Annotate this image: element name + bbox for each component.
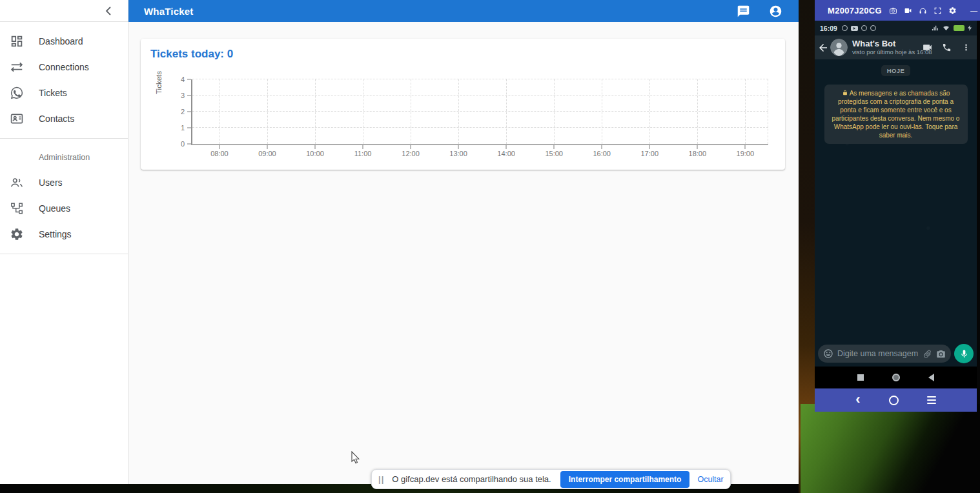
chart-plot-area: 0123408:0009:0010:0011:0012:0013:0014:00… bbox=[191, 79, 768, 145]
android-back-icon[interactable] bbox=[928, 374, 934, 381]
voice-call-icon[interactable] bbox=[941, 42, 952, 53]
gridline-x bbox=[219, 79, 220, 144]
sidebar-item-settings[interactable]: Settings bbox=[0, 221, 128, 247]
settings-icon[interactable] bbox=[948, 6, 957, 15]
phone-mirror-window: M2007J20CG —□✕ 16:09 What's Bot visto po… bbox=[815, 0, 980, 412]
gridline-x bbox=[315, 79, 316, 144]
sidebar-item-users[interactable]: Users bbox=[0, 170, 128, 196]
app-notification-icon bbox=[870, 25, 876, 31]
date-chip: HOJE bbox=[881, 65, 910, 76]
video-call-icon[interactable] bbox=[922, 42, 933, 53]
alarm-icon bbox=[842, 25, 848, 31]
more-options-icon[interactable] bbox=[961, 42, 972, 53]
y-tick-label: 4 bbox=[172, 75, 185, 83]
x-tick-label: 13:00 bbox=[449, 150, 467, 157]
x-axis-tick bbox=[697, 145, 698, 149]
chat-icon[interactable] bbox=[735, 3, 751, 19]
phone-window-titlebar[interactable]: M2007J20CG —□✕ bbox=[815, 0, 980, 21]
share-bar-drag-handle[interactable]: || bbox=[378, 474, 384, 484]
chart-title: Tickets today: 0 bbox=[150, 48, 233, 61]
gridline-x bbox=[267, 79, 268, 144]
sidebar-collapse-button[interactable] bbox=[101, 4, 115, 18]
wifi-icon bbox=[942, 25, 950, 32]
scrcpy-back-icon[interactable]: ‹ bbox=[855, 392, 860, 407]
sidebar-item-dashboard[interactable]: Dashboard bbox=[0, 28, 128, 54]
gridline-x bbox=[697, 79, 698, 144]
y-axis-tick bbox=[187, 127, 191, 128]
scrcpy-nav-bar: ‹ bbox=[815, 388, 977, 412]
whatsapp-icon bbox=[9, 85, 25, 101]
sidebar-item-queues[interactable]: Queues bbox=[0, 196, 128, 221]
mouse-cursor bbox=[351, 451, 362, 465]
message-placeholder: Digite uma mensagem bbox=[837, 349, 919, 358]
gridline-y bbox=[192, 95, 768, 96]
attach-icon[interactable] bbox=[921, 347, 934, 360]
gridline-x bbox=[554, 79, 555, 144]
gridline-y bbox=[192, 79, 768, 79]
battery-icon bbox=[954, 25, 965, 31]
x-tick-label: 16:00 bbox=[593, 150, 611, 157]
sidebar: DashboardConnectionsTicketsContacts Admi… bbox=[0, 0, 128, 484]
phone-screen: 16:09 What's Bot visto por último hoje à… bbox=[815, 21, 977, 388]
gridline-x bbox=[506, 79, 507, 144]
scrcpy-home-icon[interactable] bbox=[889, 396, 899, 405]
y-tick-label: 1 bbox=[172, 124, 185, 132]
emoji-icon[interactable] bbox=[823, 348, 833, 359]
record-icon[interactable] bbox=[903, 6, 913, 15]
sidebar-divider bbox=[0, 254, 128, 254]
encryption-notice-text: As mensagens e as chamadas são protegida… bbox=[832, 90, 960, 139]
x-axis-tick bbox=[410, 145, 411, 149]
camera-icon[interactable] bbox=[936, 349, 946, 359]
y-tick-label: 3 bbox=[172, 92, 185, 99]
y-tick-label: 0 bbox=[172, 140, 185, 148]
contacts-icon bbox=[9, 111, 25, 126]
stop-sharing-button[interactable]: Interromper compartilhamento bbox=[560, 471, 690, 488]
gridline-x bbox=[649, 79, 650, 144]
x-axis-tick bbox=[505, 145, 507, 149]
sidebar-item-connections[interactable]: Connections bbox=[0, 54, 128, 80]
sidebar-item-label: Contacts bbox=[39, 114, 74, 124]
dashboard-icon bbox=[9, 34, 25, 49]
recents-icon[interactable] bbox=[857, 374, 864, 381]
sidebar-item-tickets[interactable]: Tickets bbox=[0, 80, 128, 106]
main-content: Tickets today: 0 Tickets 0123408:0009:00… bbox=[128, 22, 799, 484]
contact-avatar[interactable] bbox=[830, 39, 848, 56]
x-tick-label: 17:00 bbox=[640, 150, 658, 157]
charging-icon bbox=[968, 25, 972, 31]
scrcpy-menu-icon[interactable] bbox=[927, 396, 936, 405]
gridline-x bbox=[363, 79, 363, 144]
app-notification-icon bbox=[861, 25, 867, 31]
sidebar-item-contacts[interactable]: Contacts bbox=[0, 106, 128, 132]
chat-message-area: HOJE As mensagens e as chamadas são prot… bbox=[815, 59, 977, 341]
sidebar-item-label: Connections bbox=[39, 62, 89, 72]
contact-info[interactable]: What's Bot visto por último hoje às 16:0… bbox=[852, 39, 922, 55]
mic-icon bbox=[959, 349, 969, 359]
android-nav-bar bbox=[815, 367, 977, 388]
x-tick-label: 15:00 bbox=[545, 150, 563, 157]
gridline-x bbox=[458, 79, 459, 144]
hide-share-bar-link[interactable]: Ocultar bbox=[697, 475, 723, 484]
settings-icon bbox=[9, 226, 25, 242]
account-icon[interactable] bbox=[768, 3, 783, 19]
x-axis-tick bbox=[553, 145, 555, 149]
chart-y-axis-label: Tickets bbox=[155, 71, 163, 94]
queues-icon bbox=[9, 201, 25, 216]
screen-share-bar: || O gifcap.dev está compartilhando sua … bbox=[371, 469, 731, 489]
x-axis-tick bbox=[601, 145, 602, 149]
fullscreen-icon[interactable] bbox=[933, 6, 943, 15]
tickets-chart-card: Tickets today: 0 Tickets 0123408:0009:00… bbox=[141, 39, 785, 170]
encryption-notice[interactable]: As mensagens e as chamadas são protegida… bbox=[824, 85, 968, 144]
audio-icon[interactable] bbox=[918, 6, 928, 15]
signal-icon bbox=[931, 25, 939, 32]
back-arrow-icon[interactable] bbox=[817, 42, 829, 54]
connections-icon bbox=[9, 59, 25, 75]
message-input[interactable]: Digite uma mensagem bbox=[818, 345, 951, 363]
sidebar-divider bbox=[0, 138, 128, 139]
android-status-bar: 16:09 bbox=[815, 21, 977, 35]
minimize-icon[interactable]: — bbox=[969, 6, 979, 15]
home-icon[interactable] bbox=[892, 374, 900, 381]
x-tick-label: 11:00 bbox=[354, 150, 372, 157]
mic-button[interactable] bbox=[954, 344, 974, 363]
contact-name: What's Bot bbox=[852, 39, 922, 48]
screenshot-icon[interactable] bbox=[888, 6, 898, 15]
